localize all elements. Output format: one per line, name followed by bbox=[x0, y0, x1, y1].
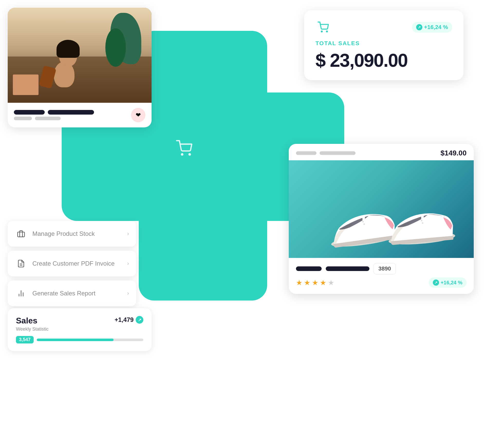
person-hair bbox=[57, 40, 80, 58]
sales-cart-icon bbox=[315, 20, 331, 35]
heart-icon: ❤ bbox=[136, 111, 141, 119]
product-footer-bar-2 bbox=[326, 266, 369, 271]
stats-header: Sales Weekly Statistic +1,479 ↗ bbox=[16, 316, 143, 332]
star-rating: ★ ★ ★ ★ ★ bbox=[296, 278, 334, 287]
shoe-svg bbox=[307, 168, 456, 250]
boxes bbox=[13, 74, 39, 95]
stock-label: Manage Product Stock bbox=[32, 230, 122, 237]
stats-card: Sales Weekly Statistic +1,479 ↗ 3,547 bbox=[8, 308, 152, 351]
stats-progress-bar bbox=[37, 339, 143, 341]
product-footer-row1: 3890 bbox=[296, 263, 467, 274]
svg-point-3 bbox=[327, 31, 328, 32]
product-card: $149.00 bbox=[289, 144, 474, 294]
sales-label: TOTAL SALES bbox=[315, 40, 452, 47]
photo-image bbox=[8, 8, 152, 103]
photo-card-footer: ❤ bbox=[8, 103, 152, 127]
star-4: ★ bbox=[320, 278, 326, 287]
stats-title: Sales bbox=[16, 316, 49, 325]
product-header-bars bbox=[296, 151, 356, 155]
stats-change-value: +1,479 bbox=[115, 316, 134, 323]
product-footer-row2: ★ ★ ★ ★ ★ ↗ +16,24 % bbox=[296, 277, 467, 288]
text-bar-light-1 bbox=[14, 117, 32, 120]
stock-icon bbox=[15, 228, 27, 240]
main-scene: ❤ ↗ +16,24 % TOTAL SALES $ 23,090.00 bbox=[0, 0, 484, 448]
product-arrow-icon: ↗ bbox=[433, 279, 439, 286]
menu-item-invoice[interactable]: Create Customer PDF Invoice › bbox=[8, 251, 136, 276]
stats-bar-row: 3,547 bbox=[16, 336, 143, 343]
product-header-bar-2 bbox=[320, 151, 356, 155]
product-percent-value: +16,24 % bbox=[441, 280, 462, 286]
product-card-footer: 3890 ★ ★ ★ ★ ★ ↗ +16,24 % bbox=[289, 258, 474, 294]
svg-rect-4 bbox=[18, 232, 25, 237]
percent-value: +16,24 % bbox=[424, 24, 448, 31]
menu-item-report[interactable]: Generate Sales Report › bbox=[8, 281, 136, 306]
invoice-chevron: › bbox=[127, 260, 129, 267]
product-price: $149.00 bbox=[441, 149, 467, 157]
svg-point-0 bbox=[181, 154, 183, 155]
star-5: ★ bbox=[328, 278, 334, 287]
invoice-label: Create Customer PDF Invoice bbox=[32, 260, 122, 267]
menu-card: Manage Product Stock › Create Customer P… bbox=[8, 221, 136, 306]
photo-text-area bbox=[14, 110, 94, 120]
photo-card: ❤ bbox=[8, 8, 152, 127]
report-icon bbox=[15, 287, 27, 300]
star-1: ★ bbox=[296, 278, 302, 287]
product-count: 3890 bbox=[374, 263, 396, 274]
star-2: ★ bbox=[304, 278, 310, 287]
center-cart-icon bbox=[176, 140, 192, 160]
sales-value: $ 23,090.00 bbox=[315, 50, 452, 71]
product-image-area bbox=[289, 160, 474, 258]
text-bar-light-2 bbox=[35, 117, 61, 120]
stats-subtitle: Weekly Statistic bbox=[16, 326, 49, 332]
stats-arrow-icon: ↗ bbox=[136, 316, 143, 324]
favorite-button[interactable]: ❤ bbox=[131, 108, 145, 122]
stats-text: Sales Weekly Statistic bbox=[16, 316, 49, 332]
stats-change: +1,479 ↗ bbox=[115, 316, 143, 324]
stock-chevron: › bbox=[127, 230, 129, 237]
text-bar-dark-1 bbox=[14, 110, 45, 115]
menu-item-stock[interactable]: Manage Product Stock › bbox=[8, 221, 136, 247]
percent-badge: ↗ +16,24 % bbox=[412, 22, 452, 33]
product-footer-bar-1 bbox=[296, 266, 322, 271]
svg-point-2 bbox=[321, 31, 322, 32]
arrow-icon: ↗ bbox=[416, 24, 422, 30]
report-label: Generate Sales Report bbox=[32, 290, 122, 297]
stats-bar-fill bbox=[37, 339, 114, 341]
text-row-2 bbox=[14, 117, 94, 120]
plant-leaf bbox=[105, 28, 126, 67]
product-header-bar-1 bbox=[296, 151, 317, 155]
product-percent-badge: ↗ +16,24 % bbox=[429, 277, 467, 288]
product-footer-left: ★ ★ ★ ★ ★ bbox=[296, 278, 334, 287]
text-bar-dark-2 bbox=[48, 110, 94, 115]
sales-card: ↗ +16,24 % TOTAL SALES $ 23,090.00 bbox=[304, 10, 463, 80]
star-3: ★ bbox=[312, 278, 318, 287]
product-card-header: $149.00 bbox=[289, 144, 474, 160]
sales-card-header: ↗ +16,24 % bbox=[315, 20, 452, 35]
text-row-1 bbox=[14, 110, 94, 115]
invoice-icon bbox=[15, 257, 27, 270]
svg-point-1 bbox=[189, 154, 190, 155]
stats-badge: 3,547 bbox=[16, 336, 34, 343]
report-chevron: › bbox=[127, 290, 129, 297]
